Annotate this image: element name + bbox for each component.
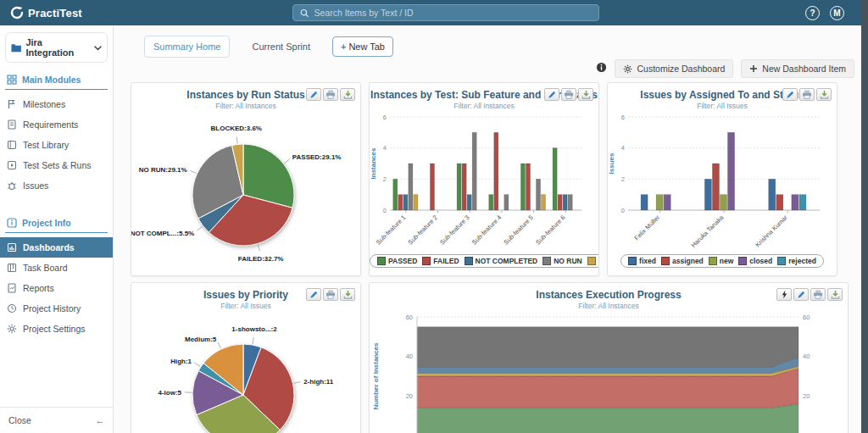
legend-item: fixed xyxy=(626,257,659,265)
download-chart-button[interactable] xyxy=(827,288,843,301)
bar xyxy=(799,195,806,210)
bar xyxy=(542,195,546,210)
panel-filter: Filter: All Issues xyxy=(608,102,837,110)
section-project-info[interactable]: Project Info xyxy=(0,211,113,232)
search-icon xyxy=(300,8,309,18)
download-chart-button[interactable] xyxy=(340,288,355,301)
bar xyxy=(403,195,408,210)
legend-item: assigned xyxy=(659,257,706,265)
bar xyxy=(457,164,461,210)
svg-text:2: 2 xyxy=(621,175,625,183)
tab-current-sprint[interactable]: Current Sprint xyxy=(243,36,318,57)
svg-text:40: 40 xyxy=(406,353,413,360)
test-runs-icon xyxy=(7,160,17,170)
edit-chart-button[interactable] xyxy=(544,88,559,101)
info-icon[interactable] xyxy=(596,61,607,76)
bar xyxy=(656,195,663,210)
dashboard-tabs: Summary Home Current Sprint +New Tab xyxy=(144,36,861,58)
print-chart-button[interactable] xyxy=(810,288,826,301)
svg-text:60: 60 xyxy=(406,314,413,321)
live-refresh-button[interactable] xyxy=(776,288,792,301)
edit-chart-button[interactable] xyxy=(793,288,809,301)
project-selector-label: Jira Integration xyxy=(25,37,90,58)
sidebar-item-dashboards[interactable]: Dashboards xyxy=(0,237,113,258)
bar xyxy=(720,195,726,210)
document-icon xyxy=(7,119,17,130)
category-label: Felix Müller xyxy=(633,214,662,242)
new-dashboard-item-button[interactable]: New Dashboard Item xyxy=(741,59,854,78)
pie-slice-label: 2-high:11 xyxy=(303,378,334,386)
avatar[interactable]: M xyxy=(830,6,844,20)
sidebar-item-label: Project Settings xyxy=(23,324,86,334)
bar xyxy=(776,195,783,210)
sidebar-item-label: Test Sets & Runs xyxy=(23,160,92,170)
svg-text:6: 6 xyxy=(383,114,387,121)
report-icon xyxy=(7,283,17,293)
sidebar-item-requirements[interactable]: Requirements xyxy=(0,114,113,135)
search-input[interactable] xyxy=(314,8,592,18)
sidebar-item-project-history[interactable]: Project History xyxy=(0,298,113,319)
sidebar-item-label: Dashboards xyxy=(23,242,75,253)
close-label: Close xyxy=(8,415,31,425)
sidebar-collapse-button[interactable]: Close ← xyxy=(0,407,113,433)
section-main-modules[interactable]: Main Modules xyxy=(0,68,113,89)
svg-text:20: 20 xyxy=(803,392,810,400)
bug-icon xyxy=(7,180,17,191)
download-chart-button[interactable] xyxy=(340,88,355,101)
pie-slice-label: PASSED:29.1% xyxy=(292,153,342,161)
sidebar-item-reports[interactable]: Reports xyxy=(0,278,113,298)
svg-text:Instances: Instances xyxy=(370,147,377,179)
edit-chart-button[interactable] xyxy=(306,288,321,301)
sidebar-item-label: Test Library xyxy=(23,140,69,150)
bar xyxy=(472,132,476,210)
customize-dashboard-button[interactable]: Customize Dashboard xyxy=(615,59,733,78)
vertical-scrollbar[interactable] xyxy=(861,0,868,433)
bar xyxy=(494,132,498,210)
pie-slice-label: FAILED:32.7% xyxy=(238,255,284,263)
bar-chart-assigned-to: 0246IssuesFelix MüllerHaruka TanakaKrish… xyxy=(608,110,825,249)
sidebar-item-issues[interactable]: Issues xyxy=(0,175,113,196)
sidebar-item-test-sets-runs[interactable]: Test Sets & Runs xyxy=(0,155,113,175)
section-divider xyxy=(5,89,108,90)
bar xyxy=(568,195,572,210)
bar xyxy=(430,164,434,210)
download-chart-button[interactable] xyxy=(816,88,832,101)
project-selector[interactable]: Jira Integration xyxy=(5,32,108,63)
section-label: Project Info xyxy=(22,218,71,228)
new-tab-button[interactable]: +New Tab xyxy=(332,36,393,57)
plus-icon: + xyxy=(341,42,346,52)
pie-slice-label: NOT COMPL...:5.5% xyxy=(131,230,194,237)
edit-chart-button[interactable] xyxy=(782,88,798,101)
print-chart-button[interactable] xyxy=(561,88,576,101)
sidebar-item-test-library[interactable]: Test Library xyxy=(0,135,113,155)
bar xyxy=(553,148,557,210)
info-icon xyxy=(7,218,17,228)
print-chart-button[interactable] xyxy=(799,88,815,101)
bar xyxy=(704,179,711,210)
sidebar-item-label: Task Board xyxy=(23,263,68,273)
chart-legend: PASSEDFAILEDNOT COMPLETEDNO RUNBLOCKED xyxy=(370,254,599,268)
legend-item: rejected xyxy=(775,257,819,265)
bar xyxy=(769,179,776,210)
chart-legend: fixedassignednewclosedrejected xyxy=(620,254,824,268)
legend-item: NOT COMPLETED xyxy=(462,257,541,265)
print-chart-button[interactable] xyxy=(323,88,338,101)
category-label: Sub-feature 5 xyxy=(502,214,535,247)
svg-text:60: 60 xyxy=(803,314,810,321)
print-chart-button[interactable] xyxy=(323,288,338,301)
help-button[interactable]: ? xyxy=(805,6,820,20)
sidebar-item-project-settings[interactable]: Project Settings xyxy=(0,319,113,339)
edit-chart-button[interactable] xyxy=(306,88,321,101)
panel-filter: Filter: All Instances xyxy=(370,102,598,110)
brand-logo[interactable]: PractiTest xyxy=(10,6,82,19)
category-label: Sub-feature 3 xyxy=(438,214,471,247)
bar xyxy=(520,164,525,210)
bar xyxy=(398,195,403,210)
bar xyxy=(504,195,509,210)
download-chart-button[interactable] xyxy=(578,88,593,101)
tab-summary-home[interactable]: Summary Home xyxy=(144,36,230,58)
sidebar-item-task-board[interactable]: Task Board xyxy=(0,258,113,278)
svg-text:6: 6 xyxy=(621,114,625,121)
svg-text:4: 4 xyxy=(621,144,625,152)
sidebar-item-milestones[interactable]: Milestones xyxy=(0,94,113,114)
